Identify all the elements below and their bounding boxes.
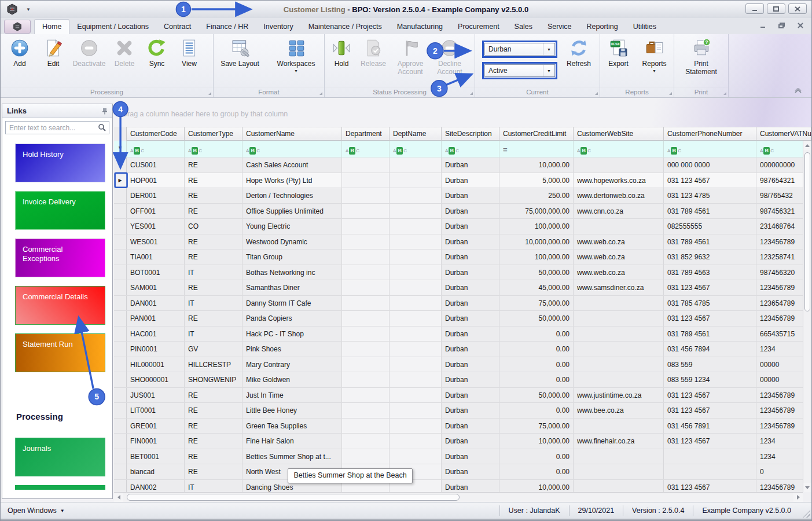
- table-row-hil000001[interactable]: HIL000001HILLCRESTPMary ContraryDurban0.…: [114, 357, 803, 373]
- column-header-customername[interactable]: CustomerName: [243, 127, 342, 141]
- table-row-lit0001[interactable]: LIT0001RELittle Bee HoneyDurban0.00www.b…: [114, 403, 803, 419]
- column-header-customerphonenumber[interactable]: CustomerPhoneNumber: [664, 127, 756, 141]
- site-filter-dropdown[interactable]: Durban ▼: [484, 43, 555, 56]
- table-row-pin0001[interactable]: PIN0001GVPink ShoesDurban0.00031 456 789…: [114, 342, 803, 357]
- filter-cell-customerwebsite[interactable]: ABC: [574, 141, 664, 157]
- tab-procurement[interactable]: Procurement: [450, 20, 507, 34]
- filter-cell-deptname[interactable]: ABC: [390, 141, 442, 157]
- pin-icon[interactable]: [102, 108, 108, 115]
- refresh-button[interactable]: Refresh: [562, 37, 596, 68]
- table-row-sho000001[interactable]: SHO000001SHONGWENIPMike GoldwenDurban0.0…: [114, 372, 803, 388]
- table-row-yes001[interactable]: YES001COYoung ElectricDurban100,000.0008…: [114, 219, 803, 234]
- column-header-customerwebsite[interactable]: CustomerWebSite: [574, 127, 664, 141]
- sidebar-link-journals[interactable]: Journals: [15, 438, 105, 476]
- sidebar-link-invoice-delivery[interactable]: Invoice Delivery: [15, 191, 105, 230]
- deactivate-button[interactable]: Deactivate: [70, 37, 108, 68]
- tab-reporting[interactable]: Reporting: [579, 20, 626, 34]
- column-header-department[interactable]: Department: [342, 127, 390, 141]
- application-menu-button[interactable]: [4, 20, 31, 34]
- table-row-sam001[interactable]: SAM001RESamanthas DinerDurban45,000.00ww…: [114, 280, 803, 296]
- filter-cell-customercreditlimit[interactable]: =: [499, 141, 574, 157]
- table-row-dan001[interactable]: DAN001ITDanny Storm IT CafeDurban75,000.…: [114, 296, 803, 311]
- tab-maintenance-projects[interactable]: Maintenance / Projects: [301, 20, 390, 34]
- column-header-customercreditlimit[interactable]: CustomerCreditLimit: [499, 127, 574, 141]
- quick-access-caret-icon[interactable]: ▼: [26, 7, 31, 12]
- mdi-restore-icon[interactable]: [778, 20, 785, 31]
- tab-service[interactable]: Service: [540, 20, 579, 34]
- tab-inventory[interactable]: Inventory: [256, 20, 300, 34]
- sidebar-link-statement-run[interactable]: Statement Run: [15, 333, 105, 372]
- scroll-right-button[interactable]: [793, 493, 803, 502]
- sync-button[interactable]: Sync: [141, 37, 173, 68]
- filter-cell-customerphonenumber[interactable]: ABC: [664, 141, 756, 157]
- filter-cell-customertype[interactable]: ABC: [185, 141, 243, 157]
- view-button[interactable]: View: [173, 37, 205, 68]
- horizontal-scroll-thumb[interactable]: [127, 494, 460, 501]
- table-row-off001[interactable]: OFF001REOffice Supplies UnlimitedDurban7…: [114, 204, 803, 219]
- export-button[interactable]: XLSX Export: [603, 37, 634, 68]
- group-by-strip[interactable]: Drag a column header here to group by th…: [114, 98, 811, 127]
- release-button[interactable]: Release: [356, 37, 391, 68]
- tab-utilities[interactable]: Utilities: [626, 20, 664, 34]
- sidebar-link-partial[interactable]: [15, 485, 105, 490]
- maximize-button[interactable]: [767, 3, 785, 14]
- edit-button[interactable]: Edit: [36, 37, 70, 68]
- column-header-sitedescription[interactable]: SiteDescription: [442, 127, 499, 141]
- table-row-bet0001[interactable]: BET0001REBetties Summer Shop at t...Durb…: [114, 449, 803, 465]
- tab-home[interactable]: Home: [34, 19, 69, 34]
- table-row-jus001[interactable]: JUS001REJust In TimeDurban50,000.00www.j…: [114, 388, 803, 403]
- open-windows-button[interactable]: Open Windows ▼: [1, 507, 65, 515]
- table-row-tia001[interactable]: TIA001RETitan GroupDurban100,000.00www.w…: [114, 250, 803, 265]
- search-input[interactable]: [5, 121, 109, 134]
- approve-account-button[interactable]: Approve Account: [391, 37, 430, 76]
- tab-contract[interactable]: Contract: [156, 20, 199, 34]
- vertical-scroll-thumb[interactable]: [804, 152, 810, 311]
- tab-manufacturing[interactable]: Manufacturing: [390, 20, 450, 34]
- vertical-scrollbar[interactable]: [803, 141, 811, 492]
- table-row-biancad[interactable]: biancadRENorth WestDurban0.000: [114, 464, 803, 480]
- filter-cell-customername[interactable]: ABC: [243, 141, 342, 157]
- table-row-hac001[interactable]: HAC001ITHack PC - IT ShopDurban0.00031 7…: [114, 326, 803, 342]
- save-layout-button[interactable]: Save Layout: [217, 37, 263, 68]
- chevron-down-icon[interactable]: ▼: [543, 65, 554, 76]
- mdi-close-icon[interactable]: [798, 20, 803, 31]
- column-header-customertype[interactable]: CustomerType: [185, 127, 243, 141]
- workspaces-button[interactable]: Workspaces ▼: [271, 37, 321, 73]
- table-row-cus001[interactable]: CUS001RECash Sales AccountDurban10,000.0…: [114, 157, 803, 173]
- filter-cell-sitedescription[interactable]: ABC: [442, 141, 499, 157]
- collapse-ribbon-icon[interactable]: [794, 88, 802, 94]
- sidebar-link-commercial-exceptions[interactable]: Commercial Exceptions: [15, 239, 105, 277]
- chevron-down-icon[interactable]: ▼: [543, 43, 554, 55]
- sidebar-link-hold-history[interactable]: Hold History: [15, 144, 105, 182]
- filter-cell-department[interactable]: ABC: [342, 141, 390, 157]
- scroll-up-button[interactable]: [803, 141, 811, 150]
- mdi-minimize-icon[interactable]: [760, 20, 766, 31]
- horizontal-scrollbar[interactable]: [114, 492, 803, 502]
- tab-sales[interactable]: Sales: [507, 20, 540, 34]
- tab-finance-hr[interactable]: Finance / HR: [199, 20, 256, 34]
- search-icon[interactable]: [98, 123, 106, 131]
- table-row-gre001[interactable]: GRE001REGreen Tea SuppliesDurban75,000.0…: [114, 419, 803, 434]
- tab-equipment-locations[interactable]: Equipment / Locations: [69, 20, 156, 34]
- resize-grip[interactable]: [803, 510, 810, 518]
- scroll-left-button[interactable]: [114, 493, 123, 502]
- table-row-wes001[interactable]: WES001REWestwood DynamicDurban10,000,000…: [114, 234, 803, 250]
- filter-cell-customercode[interactable]: ABC: [127, 141, 185, 157]
- table-row-hop001[interactable]: ▶HOP001REHope Works (Pty) LtdDurban5,000…: [114, 173, 803, 189]
- sidebar-link-commercial-details[interactable]: Commercial Details: [15, 286, 105, 325]
- column-header-customervatnumber[interactable]: CustomerVATNumber: [756, 127, 811, 141]
- table-row-bot0001[interactable]: BOT0001ITBothas Networking incDurban50,0…: [114, 265, 803, 281]
- status-filter-dropdown[interactable]: Active ▼: [484, 64, 555, 77]
- column-header-customercode[interactable]: CustomerCode: [127, 127, 185, 141]
- table-row-pan001[interactable]: PAN001REPanda CopiersDurban50,000.00031 …: [114, 311, 803, 326]
- table-row-fin0001[interactable]: FIN0001REFine Hair SalonDurban10,000.00w…: [114, 434, 803, 449]
- table-row-der001[interactable]: DER001REDerton / TechnologiesDurban250.0…: [114, 188, 803, 204]
- close-button[interactable]: [788, 3, 807, 14]
- delete-button[interactable]: Delete: [108, 37, 141, 68]
- minimize-button[interactable]: [745, 3, 764, 14]
- add-button[interactable]: Add: [3, 37, 36, 68]
- decline-account-button[interactable]: Decline Account: [430, 37, 469, 76]
- scroll-down-button[interactable]: [803, 483, 811, 492]
- table-row-dan002[interactable]: DAN002ITDancing ShoesDurban10,000.00031 …: [114, 480, 803, 493]
- column-header-deptname[interactable]: DeptName: [390, 127, 442, 141]
